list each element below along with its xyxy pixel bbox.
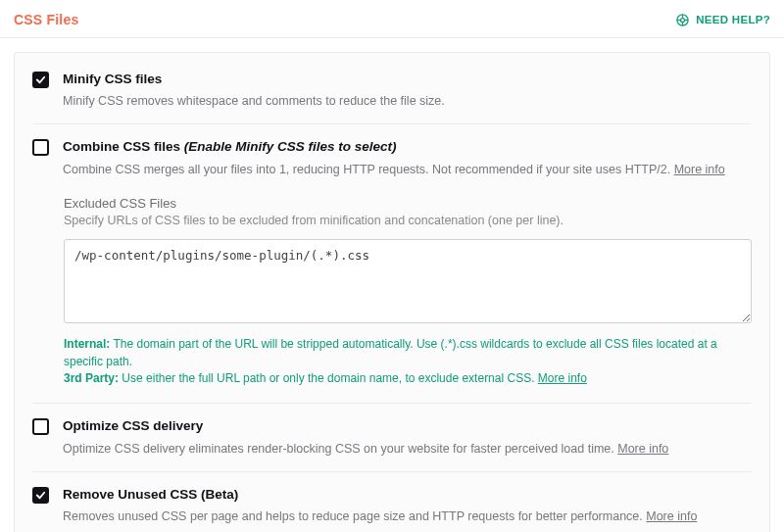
remove-unused-css-checkbox[interactable]	[32, 487, 49, 504]
excluded-css-hint-3rd-party: 3rd Party: Use either the full URL path …	[64, 370, 752, 387]
remove-unused-css-desc: Removes unused CSS per page and helps to…	[63, 508, 752, 525]
optimize-css-more-info-link[interactable]: More info	[617, 442, 668, 456]
setting-combine-css: Combine CSS files (Enable Minify CSS fil…	[15, 124, 769, 191]
remove-unused-css-title: Remove Unused CSS (Beta)	[63, 486, 752, 504]
need-help-label: NEED HELP?	[696, 14, 770, 25]
combine-css-label-block: Combine CSS files (Enable Minify CSS fil…	[63, 138, 752, 177]
optimize-css-label-block: Optimize CSS delivery Optimize CSS deliv…	[63, 417, 752, 457]
remove-unused-css-desc-text: Removes unused CSS per page and helps to…	[63, 509, 646, 523]
optimize-css-checkbox[interactable]	[32, 418, 49, 435]
combine-css-desc: Combine CSS merges all your files into 1…	[63, 161, 752, 178]
excluded-css-title: Excluded CSS Files	[64, 196, 752, 211]
optimize-css-desc-text: Optimize CSS delivery eliminates render-…	[63, 442, 617, 456]
remove-unused-css-more-info-link[interactable]: More info	[646, 509, 697, 523]
combine-css-more-info-link[interactable]: More info	[674, 163, 725, 176]
setting-remove-unused-css: Remove Unused CSS (Beta) Removes unused …	[15, 472, 769, 532]
need-help-link[interactable]: NEED HELP?	[675, 13, 770, 27]
minify-css-label-block: Minify CSS files Minify CSS removes whit…	[63, 71, 752, 110]
excluded-css-hints: Internal: The domain part of the URL wil…	[64, 336, 752, 387]
excluded-css-textarea[interactable]	[64, 239, 752, 323]
section-title: CSS Files	[14, 12, 78, 27]
excluded-css-desc: Specify URLs of CSS files to be excluded…	[64, 213, 752, 230]
combine-css-title-note: (Enable Minify CSS files to select)	[184, 139, 397, 154]
optimize-css-desc: Optimize CSS delivery eliminates render-…	[63, 440, 752, 458]
combine-css-title-text: Combine CSS files	[63, 139, 180, 154]
minify-css-desc: Minify CSS removes whitespace and commen…	[63, 92, 752, 110]
setting-optimize-css: Optimize CSS delivery Optimize CSS deliv…	[15, 404, 769, 470]
remove-unused-css-label-block: Remove Unused CSS (Beta) Removes unused …	[63, 486, 752, 525]
hint-3rd-label: 3rd Party:	[64, 371, 119, 385]
combine-css-title: Combine CSS files (Enable Minify CSS fil…	[63, 138, 752, 156]
hint-internal-label: Internal:	[64, 337, 110, 351]
setting-minify-css: Minify CSS files Minify CSS removes whit…	[15, 57, 769, 123]
section-header: CSS Files NEED HELP?	[0, 0, 784, 38]
minify-css-title: Minify CSS files	[63, 71, 752, 88]
optimize-css-title: Optimize CSS delivery	[63, 417, 752, 435]
css-settings-panel: Minify CSS files Minify CSS removes whit…	[14, 52, 770, 532]
excluded-css-hint-internal: Internal: The domain part of the URL wil…	[64, 336, 752, 370]
minify-css-checkbox[interactable]	[32, 72, 49, 88]
excluded-css-block: Excluded CSS Files Specify URLs of CSS f…	[15, 192, 769, 404]
svg-point-1	[681, 18, 685, 22]
hint-internal-text: The domain part of the URL will be strip…	[64, 337, 717, 367]
combine-css-checkbox[interactable]	[32, 139, 49, 156]
combine-css-desc-text: Combine CSS merges all your files into 1…	[63, 163, 674, 176]
help-icon	[675, 13, 690, 27]
hint-3rd-text: Use either the full URL path or only the…	[119, 371, 538, 385]
excluded-css-more-info-link[interactable]: More info	[538, 371, 587, 385]
